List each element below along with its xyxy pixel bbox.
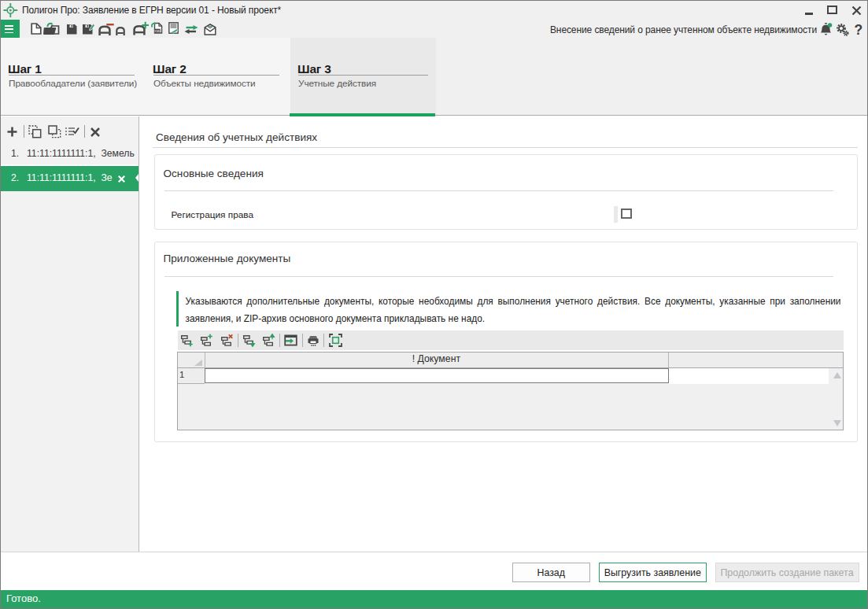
svg-text:XML: XML: [154, 29, 161, 32]
